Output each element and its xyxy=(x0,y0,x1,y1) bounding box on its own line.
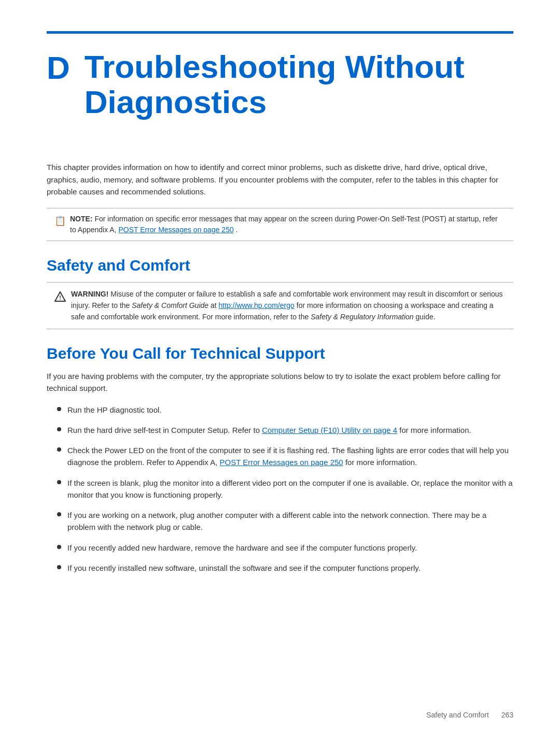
bullet-text-2: Run the hard drive self-test in Computer… xyxy=(67,424,471,436)
intro-paragraph: This chapter provides information on how… xyxy=(47,161,513,198)
top-border xyxy=(47,31,513,34)
bullet-text-3: Check the Power LED on the front of the … xyxy=(67,444,513,469)
b2-link[interactable]: Computer Setup (F10) Utility on page 4 xyxy=(262,426,397,434)
bullet-text-1: Run the HP diagnostic tool. xyxy=(67,404,162,416)
note-label: NOTE: xyxy=(70,215,93,223)
chapter-title-block: Troubleshooting Without Diagnostics xyxy=(70,49,465,120)
chapter-header: D Troubleshooting Without Diagnostics xyxy=(47,49,513,120)
list-item: Run the hard drive self-test in Computer… xyxy=(57,424,513,436)
list-item: If you are working on a network, plug an… xyxy=(57,509,513,533)
support-intro: If you are having problems with the comp… xyxy=(47,370,513,395)
note-text-after: . xyxy=(236,226,238,234)
bullet-dot xyxy=(57,480,61,484)
warning-text2: at xyxy=(211,301,219,310)
b2-before: Run the hard drive self-test in Computer… xyxy=(67,426,262,434)
list-item: If you recently installed new software, … xyxy=(57,562,513,574)
section2-title: Before You Call for Technical Support xyxy=(47,345,513,362)
footer-page-number: 263 xyxy=(501,711,513,719)
list-item: If the screen is blank, plug the monitor… xyxy=(57,477,513,501)
bullet-text-7: If you recently installed new software, … xyxy=(67,562,421,574)
chapter-title-wrapper: D Troubleshooting Without Diagnostics xyxy=(47,49,513,120)
note-icon: 📋 xyxy=(54,214,66,228)
bullet-dot xyxy=(57,545,61,549)
b3-after: for more information. xyxy=(345,458,417,467)
bullet-text-5: If you are working on a network, plug an… xyxy=(67,509,513,533)
chapter-title-line1: Troubleshooting Without xyxy=(70,49,465,85)
note-link[interactable]: POST Error Messages on page 250 xyxy=(118,226,233,234)
svg-text:!: ! xyxy=(59,294,61,301)
section1-title: Safety and Comfort xyxy=(47,257,513,274)
footer-text: Safety and Comfort xyxy=(426,711,489,719)
note-box: 📋 NOTE: For information on specific erro… xyxy=(47,208,513,241)
bullet-dot xyxy=(57,447,61,452)
bullet-text-4: If the screen is blank, plug the monitor… xyxy=(67,477,513,501)
list-item: Check the Power LED on the front of the … xyxy=(57,444,513,469)
warning-italic1: Safety & Comfort Guide xyxy=(132,301,208,310)
warning-text4: guide. xyxy=(416,313,436,321)
chapter-title-line2: Diagnostics xyxy=(70,85,465,120)
bullet-list: Run the HP diagnostic tool. Run the hard… xyxy=(47,404,513,574)
bullet-dot xyxy=(57,427,61,431)
warning-link[interactable]: http://www.hp.com/ergo xyxy=(219,301,295,310)
warning-content: WARNING! Misuse of the computer or failu… xyxy=(71,289,506,322)
warning-label: WARNING! xyxy=(71,290,108,298)
warning-italic2: Safety & Regulatory Information xyxy=(311,313,413,321)
footer: Safety and Comfort 263 xyxy=(426,711,513,719)
bullet-dot xyxy=(57,565,61,569)
page: D Troubleshooting Without Diagnostics Th… xyxy=(0,0,560,745)
b3-link[interactable]: POST Error Messages on page 250 xyxy=(220,458,343,467)
bullet-dot xyxy=(57,407,61,411)
bullet-text-6: If you recently added new hardware, remo… xyxy=(67,542,417,554)
warning-icon: ! xyxy=(54,290,66,303)
list-item: If you recently added new hardware, remo… xyxy=(57,542,513,554)
chapter-letter: D xyxy=(47,49,70,86)
b2-after: for more information. xyxy=(399,426,471,434)
list-item: Run the HP diagnostic tool. xyxy=(57,404,513,416)
bullet-dot xyxy=(57,512,61,516)
warning-box: ! WARNING! Misuse of the computer or fai… xyxy=(47,282,513,329)
note-content: NOTE: For information on specific error … xyxy=(70,214,506,235)
